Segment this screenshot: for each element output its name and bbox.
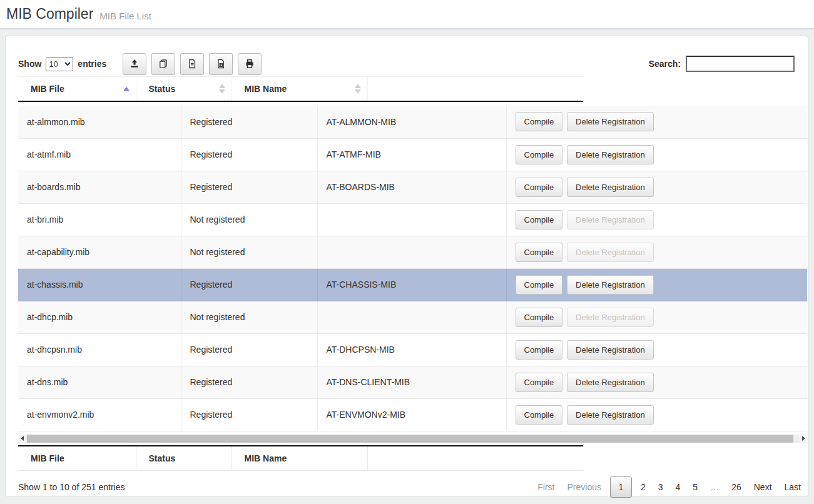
table-row[interactable]: at-envmonv2.mib Registered AT-ENVMONv2-M… xyxy=(18,398,807,431)
scrollbar-thumb[interactable] xyxy=(27,435,793,443)
cell-status: Registered xyxy=(181,366,317,398)
search-label: Search: xyxy=(649,59,681,69)
pagination-page-2[interactable]: 2 xyxy=(634,476,652,498)
cell-actions: Compile Delete Registration xyxy=(506,106,807,138)
upload-button[interactable] xyxy=(123,53,146,75)
cell-mib-file: at-boards.mib xyxy=(18,171,181,203)
delete-registration-button[interactable]: Delete Registration xyxy=(567,373,654,392)
table-row[interactable]: at-dns.mib Registered AT-DNS-CLIENT-MIB … xyxy=(18,366,807,398)
search-area: Search: xyxy=(649,56,807,72)
cell-mib-name: AT-ALMMON-MIB xyxy=(317,106,506,138)
scrollbar-track[interactable] xyxy=(26,435,800,443)
pagination-previous: Previous xyxy=(561,476,608,498)
pagination-next[interactable]: Next xyxy=(748,476,778,498)
cell-status: Not registered xyxy=(181,203,317,236)
entries-info: Show 1 to 10 of 251 entries xyxy=(18,482,125,492)
footer-column-actions xyxy=(367,446,583,471)
column-header-actions xyxy=(367,77,583,102)
cell-status: Registered xyxy=(181,333,317,366)
excel-file-icon xyxy=(215,58,226,69)
pagination-ellipsis: … xyxy=(704,476,725,498)
cell-mib-name: AT-DNS-CLIENT-MIB xyxy=(317,366,506,398)
delete-registration-button: Delete Registration xyxy=(567,243,654,262)
pagination-page-1[interactable]: 1 xyxy=(610,476,632,498)
cell-actions: Compile Delete Registration xyxy=(506,398,807,431)
table-row[interactable]: at-chassis.mib Registered AT-CHASSIS-MIB… xyxy=(18,268,807,301)
mib-table: at-almmon.mib Registered AT-ALMMON-MIB C… xyxy=(18,106,807,431)
pagination-page-5[interactable]: 5 xyxy=(686,476,704,498)
cell-actions: Compile Delete Registration xyxy=(506,138,807,171)
compile-button[interactable]: Compile xyxy=(516,308,563,327)
cell-actions: Compile Delete Registration xyxy=(506,301,807,333)
delete-registration-button[interactable]: Delete Registration xyxy=(567,340,654,360)
table-row[interactable]: at-boards.mib Registered AT-BOARDS-MIB C… xyxy=(18,171,807,203)
mib-file-list-panel: Show 10 entries xyxy=(5,36,808,497)
compile-button[interactable]: Compile xyxy=(516,112,563,131)
scroll-right-arrow-icon[interactable] xyxy=(800,435,807,443)
table-row[interactable]: at-dhcp.mib Not registered Compile Delet… xyxy=(18,301,807,333)
cell-mib-file: at-chassis.mib xyxy=(18,268,181,301)
csv-file-icon xyxy=(186,58,198,69)
column-label: Status xyxy=(149,453,176,463)
delete-registration-button[interactable]: Delete Registration xyxy=(567,405,654,425)
table-row[interactable]: at-almmon.mib Registered AT-ALMMON-MIB C… xyxy=(18,106,807,138)
compile-button[interactable]: Compile xyxy=(516,405,563,425)
column-label: MIB File xyxy=(31,453,64,463)
copy-button[interactable] xyxy=(151,53,175,75)
cell-actions: Compile Delete Registration xyxy=(506,203,807,236)
page-size-select[interactable]: 10 xyxy=(46,57,73,71)
search-input[interactable] xyxy=(686,56,795,72)
cell-mib-name: AT-CHASSIS-MIB xyxy=(317,268,506,301)
page-header: MIB Compiler MIB File List xyxy=(0,0,814,29)
cell-mib-name xyxy=(317,301,506,333)
horizontal-scrollbar[interactable] xyxy=(18,435,807,443)
excel-export-button[interactable] xyxy=(209,53,233,75)
table-row[interactable]: at-capability.mib Not registered Compile… xyxy=(18,236,807,268)
compile-button[interactable]: Compile xyxy=(516,178,563,197)
cell-mib-file: at-dhcp.mib xyxy=(18,301,181,333)
cell-mib-file: at-envmonv2.mib xyxy=(18,398,181,431)
csv-export-button[interactable] xyxy=(180,53,204,75)
cell-mib-file: at-capability.mib xyxy=(18,236,181,268)
table-row[interactable]: at-atmf.mib Registered AT-ATMF-MIB Compi… xyxy=(18,138,807,171)
table-toolbar: Show 10 entries xyxy=(18,53,807,75)
table-row[interactable]: at-bri.mib Not registered Compile Delete… xyxy=(18,203,807,236)
footer-column-status: Status xyxy=(136,446,231,471)
pagination-page-3[interactable]: 3 xyxy=(652,476,669,498)
scroll-left-arrow-icon[interactable] xyxy=(18,435,26,443)
compile-button[interactable]: Compile xyxy=(516,373,563,392)
pagination-first: First xyxy=(531,476,561,498)
pagination: First Previous 12345…26 Next Last xyxy=(531,476,807,498)
pagination-page-26[interactable]: 26 xyxy=(725,476,748,498)
column-label: MIB File xyxy=(31,84,64,94)
compile-button[interactable]: Compile xyxy=(516,243,563,262)
mib-table-body: at-almmon.mib Registered AT-ALMMON-MIB C… xyxy=(18,106,807,431)
cell-mib-name xyxy=(317,203,506,236)
show-label: Show xyxy=(18,59,41,69)
delete-registration-button: Delete Registration xyxy=(567,210,654,229)
delete-registration-button[interactable]: Delete Registration xyxy=(567,178,654,197)
compile-button[interactable]: Compile xyxy=(516,275,563,295)
table-row[interactable]: at-dhcpsn.mib Registered AT-DHCPSN-MIB C… xyxy=(18,333,807,366)
pagination-page-4[interactable]: 4 xyxy=(669,476,687,498)
cell-mib-file: at-dns.mib xyxy=(18,366,181,398)
delete-registration-button[interactable]: Delete Registration xyxy=(567,112,654,131)
print-button[interactable] xyxy=(238,53,262,75)
delete-registration-button[interactable]: Delete Registration xyxy=(567,145,654,164)
compile-button[interactable]: Compile xyxy=(516,145,563,164)
delete-registration-button[interactable]: Delete Registration xyxy=(567,275,654,295)
cell-mib-name: AT-BOARDS-MIB xyxy=(317,171,506,203)
upload-icon xyxy=(129,58,140,69)
cell-mib-file: at-dhcpsn.mib xyxy=(18,333,181,366)
pagination-last[interactable]: Last xyxy=(778,476,807,498)
column-header-status[interactable]: Status xyxy=(136,77,231,102)
compile-button[interactable]: Compile xyxy=(516,340,563,360)
cell-mib-file: at-bri.mib xyxy=(18,203,181,236)
column-label: MIB Name xyxy=(245,84,287,94)
column-header-mib-name[interactable]: MIB Name xyxy=(231,77,367,102)
compile-button[interactable]: Compile xyxy=(516,210,563,229)
footer-column-mib-file: MIB File xyxy=(18,446,136,471)
sort-both-icon xyxy=(355,84,361,94)
column-header-mib-file[interactable]: MIB File xyxy=(18,77,136,102)
cell-actions: Compile Delete Registration xyxy=(506,333,807,366)
